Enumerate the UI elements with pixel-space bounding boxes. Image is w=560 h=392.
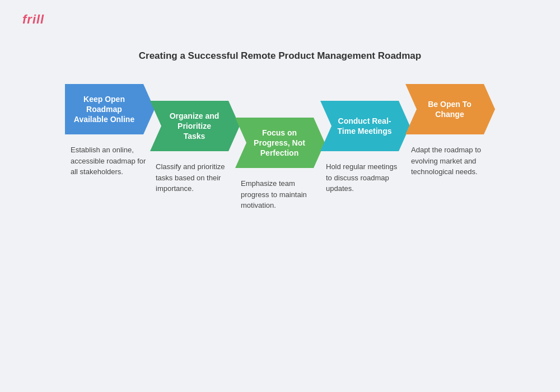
step-description-4: Hold regular meetings to discuss roadmap… [326,161,404,194]
step-2: Organize and Prioritize TasksClassify an… [147,101,242,194]
step-arrow-3[interactable]: Focus on Progress, Not Perfection [235,118,325,168]
step-4: Conduct Real-Time MeetingsHold regular m… [318,101,413,194]
step-1: Keep Open Roadmap Available OnlineEstabl… [62,84,157,178]
step-3: Focus on Progress, Not PerfectionEmphasi… [232,118,328,211]
diagram-container: Keep Open Roadmap Available OnlineEstabl… [0,84,560,211]
step-arrow-2[interactable]: Organize and Prioritize Tasks [150,101,240,151]
step-description-5: Adapt the roadmap to evolving market and… [411,144,489,178]
step-arrow-1[interactable]: Keep Open Roadmap Available Online [65,84,155,134]
step-description-3: Emphasize team progress to maintain moti… [241,178,319,211]
page-title: Creating a Successful Remote Product Man… [0,50,560,62]
step-arrow-5[interactable]: Be Open To Change [405,84,495,134]
step-5: Be Open To ChangeAdapt the roadmap to ev… [403,84,498,178]
logo: frill [22,12,44,27]
step-arrow-4[interactable]: Conduct Real-Time Meetings [320,101,410,151]
step-description-1: Establish an online, accessible roadmap … [71,144,149,178]
step-description-2: Classify and prioritize tasks based on t… [156,161,234,194]
